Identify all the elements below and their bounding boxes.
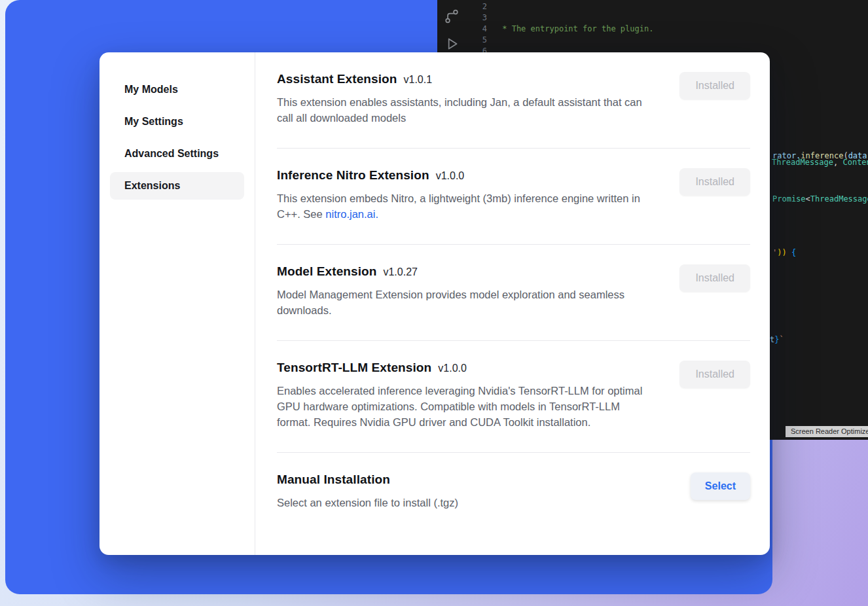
sidebar-item-advanced-settings[interactable]: Advanced Settings xyxy=(110,140,244,168)
extension-description: This extension embeds Nitro, a lightweig… xyxy=(277,190,643,222)
extension-version: v1.0.0 xyxy=(438,363,467,374)
settings-modal: My Models My Settings Advanced Settings … xyxy=(99,52,770,555)
extension-version: v1.0.0 xyxy=(436,170,465,182)
extension-description: Model Management Extension provides mode… xyxy=(277,287,643,318)
extension-row-tensorrt: TensortRT-LLM Extension v1.0.0 Enables a… xyxy=(277,341,750,453)
run-icon[interactable] xyxy=(443,35,460,52)
screen-reader-chip[interactable]: Screen Reader Optimize xyxy=(786,426,868,437)
sidebar-item-my-models[interactable]: My Models xyxy=(110,76,244,103)
nitro-jan-ai-link[interactable]: nitro.jan.ai. xyxy=(325,208,378,220)
installed-button[interactable]: Installed xyxy=(679,168,750,196)
code-line-comment: * The entrypoint for the plugin. xyxy=(497,24,868,35)
token: < xyxy=(806,194,810,204)
token: data xyxy=(848,151,867,160)
token: rator. xyxy=(772,151,801,160)
extensions-list: Assistant Extension v1.0.1 This extensio… xyxy=(255,52,770,555)
code-fragment: t}` xyxy=(770,334,784,345)
line-number: 2 xyxy=(470,1,487,12)
code-fragment: ')) { xyxy=(772,247,796,258)
manual-installation-description: Select an extension file to install (.tg… xyxy=(277,495,458,510)
installed-button[interactable]: Installed xyxy=(679,264,750,292)
token: ( xyxy=(843,151,848,160)
extension-description: This extension enables assistants, inclu… xyxy=(277,94,643,126)
installed-button[interactable]: Installed xyxy=(679,72,750,99)
extension-description: Enables accelerated inference leveraging… xyxy=(277,383,643,430)
source-control-icon[interactable] xyxy=(443,8,460,25)
manual-installation-row: Manual Installation Select an extension … xyxy=(277,453,750,533)
line-number: 5 xyxy=(470,35,487,46)
token: Promise xyxy=(772,194,806,204)
token: { xyxy=(791,248,796,257)
sidebar-item-my-settings[interactable]: My Settings xyxy=(110,108,244,135)
extension-version: v1.0.27 xyxy=(383,266,417,278)
token: ThreadMessage xyxy=(810,194,868,204)
settings-sidebar: My Models My Settings Advanced Settings … xyxy=(99,52,255,555)
token: inference xyxy=(801,151,843,160)
line-number: 4 xyxy=(470,24,487,35)
line-number: 3 xyxy=(470,12,487,24)
extension-title: TensortRT-LLM Extension xyxy=(277,361,431,375)
extension-row-nitro: Inference Nitro Extension v1.0.0 This ex… xyxy=(277,149,750,245)
select-file-button[interactable]: Select xyxy=(691,472,750,500)
extension-version: v1.0.1 xyxy=(404,74,433,86)
extension-title: Inference Nitro Extension xyxy=(277,168,429,183)
extension-row-assistant: Assistant Extension v1.0.1 This extensio… xyxy=(277,52,750,149)
token: ` xyxy=(779,335,784,344)
extension-title: Model Extension xyxy=(277,264,376,279)
code-fragment: rator.inference(data)); xyxy=(772,151,868,161)
installed-button[interactable]: Installed xyxy=(679,361,750,388)
sidebar-item-extensions[interactable]: Extensions xyxy=(110,172,244,200)
line-numbers: 2 3 4 5 6 xyxy=(470,1,487,57)
code-fragment: Promise<ThreadMessage> xyxy=(772,194,868,204)
extension-row-model: Model Extension v1.0.27 Model Management… xyxy=(277,245,750,341)
token: )) xyxy=(777,248,791,257)
extension-title: Assistant Extension xyxy=(277,72,397,86)
manual-installation-title: Manual Installation xyxy=(277,472,390,487)
